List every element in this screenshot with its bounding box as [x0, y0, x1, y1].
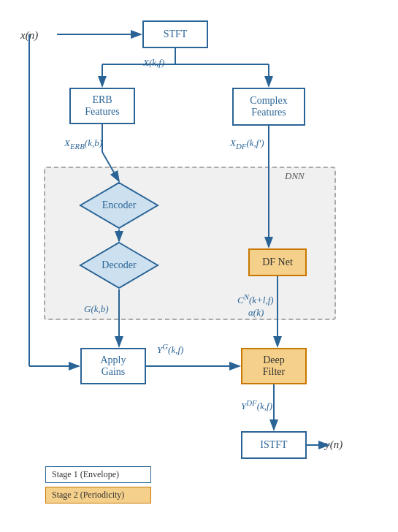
svg-marker-1 — [80, 243, 158, 288]
complex-features-box: Complex Features — [232, 88, 305, 126]
apply-gains-box: Apply Gains — [80, 348, 146, 384]
stft-box: STFT — [142, 20, 208, 48]
dnn-label: DNN — [285, 170, 305, 182]
istft-box: ISTFT — [241, 431, 307, 459]
xn-label: x(n) — [20, 29, 38, 42]
diagram: DNN STFT ERB Features Complex Features E… — [0, 0, 398, 532]
ydf-label: YDF(k,f) — [241, 398, 272, 412]
encoder-container: Encoder — [79, 181, 159, 229]
deep-filter-box: Deep Filter — [241, 348, 307, 384]
yg-label: YG(k,f) — [157, 342, 183, 356]
decoder-container: Decoder — [79, 241, 159, 289]
yn-label: y(n) — [325, 438, 342, 451]
xkf-label: X(k,f) — [143, 57, 164, 69]
svg-marker-0 — [80, 183, 158, 228]
erb-features-box: ERB Features — [69, 88, 135, 124]
legend-stage1: Stage 1 (Envelope) — [45, 466, 151, 483]
cn-label: CN(k+l,f) — [237, 292, 274, 306]
gkb-label: G(k,b) — [84, 303, 109, 315]
df-net-box: DF Net — [248, 248, 307, 276]
legend-stage2: Stage 2 (Periodicity) — [45, 487, 151, 503]
xerb-label: XERB(k,b) — [64, 137, 102, 151]
alpha-label: α(k) — [248, 307, 264, 319]
xdf-label: XDF(k,f′) — [230, 137, 264, 151]
